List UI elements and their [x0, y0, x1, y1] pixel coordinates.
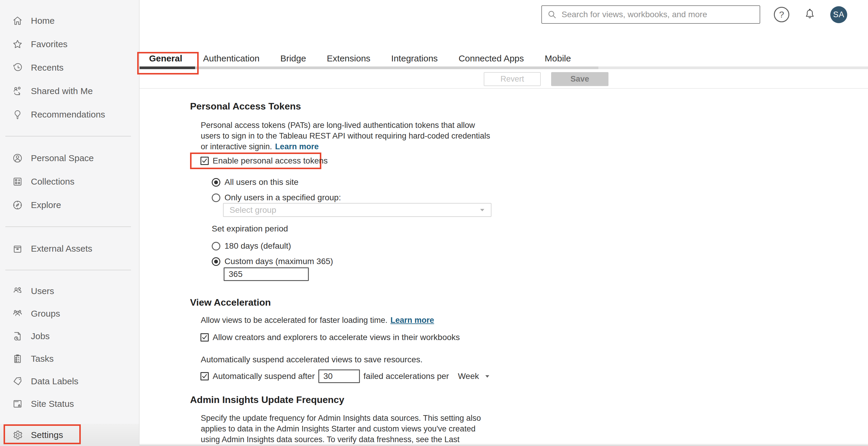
tab-active-underline	[140, 66, 195, 69]
sidebar-item-external-assets[interactable]: External Assets	[0, 237, 139, 260]
sidebar-item-explore[interactable]: Explore	[0, 193, 139, 217]
tab-bridge[interactable]: Bridge	[280, 51, 306, 66]
home-icon	[12, 15, 23, 26]
tab-general[interactable]: General	[149, 51, 182, 66]
sidebar-item-data-labels[interactable]: Data Labels	[0, 370, 139, 392]
search-input[interactable]	[561, 9, 754, 20]
custom-days-input[interactable]	[224, 267, 309, 281]
tasks-icon	[12, 353, 23, 365]
site-status-icon	[12, 398, 23, 410]
sidebar-item-users[interactable]: Users	[0, 280, 139, 302]
gear-icon	[12, 430, 23, 441]
sidebar: Home Favorites Recents Shared with Me Re	[0, 0, 140, 446]
days-180-radio[interactable]	[212, 242, 220, 250]
question-mark-icon: ?	[779, 9, 784, 20]
sidebar-item-recommendations[interactable]: Recommendations	[0, 103, 139, 126]
sidebar-divider	[5, 136, 131, 137]
pat-description: Personal access tokens (PATs) are long-l…	[201, 120, 495, 152]
top-bar: ? SA	[541, 5, 847, 24]
sidebar-item-shared-with-me[interactable]: Shared with Me	[0, 79, 139, 103]
expiration-period-label: Set expiration period	[212, 224, 868, 234]
pat-description-text: Personal access tokens (PATs) are long-l…	[201, 121, 490, 151]
allow-acceleration-checkbox[interactable]	[200, 333, 209, 342]
sidebar-item-site-status[interactable]: Site Status	[0, 392, 139, 415]
suspend-period-value: Week	[458, 372, 479, 381]
tab-authentication[interactable]: Authentication	[203, 51, 259, 66]
sidebar-divider	[5, 227, 131, 227]
save-button[interactable]: Save	[551, 72, 609, 86]
tab-mobile[interactable]: Mobile	[545, 51, 571, 66]
tab-connected-apps[interactable]: Connected Apps	[459, 51, 524, 66]
admin-insights-description: Specify the update frequency for Admin I…	[201, 413, 495, 446]
specified-group-label: Only users in a specified group:	[224, 193, 341, 202]
allow-acceleration-row[interactable]: Allow creators and explorers to accelera…	[200, 333, 868, 342]
collections-icon	[12, 176, 23, 187]
chevron-down-icon	[479, 208, 485, 212]
sidebar-item-recents[interactable]: Recents	[0, 56, 139, 79]
star-icon	[12, 39, 23, 50]
view-acceleration-learn-more-link[interactable]: Learn more	[391, 316, 434, 324]
search-box[interactable]	[541, 5, 760, 24]
bell-icon	[804, 8, 816, 21]
pat-learn-more-link[interactable]: Learn more	[275, 142, 319, 151]
radio-row-180-days[interactable]: 180 days (default)	[212, 240, 868, 252]
section-title-admin-insights: Admin Insights Update Frequency	[190, 394, 868, 406]
view-acceleration-description-text: Allow views to be accelerated for faster…	[201, 316, 388, 324]
sidebar-item-label: Shared with Me	[31, 86, 93, 96]
settings-content: Personal Access Tokens Personal access t…	[140, 89, 868, 446]
suspend-suffix-label: failed accelerations per	[364, 372, 449, 381]
sidebar-item-label: Settings	[31, 430, 63, 440]
auto-suspend-checkbox[interactable]	[200, 372, 209, 380]
all-users-label: All users on this site	[224, 177, 299, 187]
tab-track-light	[598, 66, 868, 69]
sidebar-item-label: Favorites	[31, 39, 67, 49]
sidebar-item-favorites[interactable]: Favorites	[0, 32, 139, 56]
avatar[interactable]: SA	[830, 6, 847, 23]
compass-icon	[12, 199, 23, 211]
tab-integrations[interactable]: Integrations	[391, 51, 438, 66]
help-button[interactable]: ?	[774, 7, 789, 22]
all-users-radio[interactable]	[212, 178, 220, 187]
sidebar-item-label: Users	[31, 286, 54, 296]
sidebar-item-collections[interactable]: Collections	[0, 170, 139, 193]
sidebar-item-label: Explore	[31, 200, 61, 210]
sidebar-item-label: Data Labels	[31, 376, 79, 386]
groups-icon	[12, 308, 23, 319]
suspend-period-select[interactable]: Week	[458, 372, 490, 381]
tab-track	[140, 66, 598, 69]
sidebar-item-groups[interactable]: Groups	[0, 302, 139, 325]
shared-people-icon	[12, 85, 23, 97]
checkmark-icon	[202, 373, 208, 380]
days-180-label: 180 days (default)	[224, 241, 291, 251]
section-title-view-acceleration: View Acceleration	[190, 297, 868, 308]
sidebar-item-tasks[interactable]: Tasks	[0, 347, 139, 370]
specified-group-radio[interactable]	[212, 194, 220, 202]
history-icon	[12, 62, 23, 73]
radio-row-custom-days[interactable]: Custom days (maximum 365)	[212, 255, 868, 267]
sidebar-item-label: Tasks	[31, 354, 54, 364]
tab-extensions[interactable]: Extensions	[327, 51, 371, 66]
sidebar-item-label: Groups	[31, 309, 60, 319]
sidebar-item-jobs[interactable]: Jobs	[0, 325, 139, 347]
enable-pat-checkbox[interactable]	[200, 157, 209, 165]
sidebar-item-personal-space[interactable]: Personal Space	[0, 146, 139, 170]
notifications-button[interactable]	[803, 7, 817, 22]
allow-acceleration-label: Allow creators and explorers to accelera…	[213, 333, 460, 342]
enable-pat-row[interactable]: Enable personal access tokens	[200, 156, 328, 166]
tableau-settings-page: Home Favorites Recents Shared with Me Re	[0, 0, 868, 446]
auto-suspend-label: Automatically suspend after	[213, 372, 315, 381]
revert-button[interactable]: Revert	[484, 72, 541, 86]
group-select-placeholder: Select group	[229, 205, 276, 215]
sidebar-item-settings[interactable]: Settings	[0, 424, 139, 446]
group-select[interactable]: Select group	[223, 203, 492, 217]
lightbulb-icon	[12, 109, 23, 120]
drawer-icon	[12, 243, 23, 254]
radio-row-all-users[interactable]: All users on this site	[212, 176, 868, 188]
custom-days-radio[interactable]	[212, 257, 220, 266]
suspend-count-input[interactable]	[318, 370, 360, 383]
sidebar-item-label: External Assets	[31, 244, 92, 254]
auto-suspend-row: Automatically suspend after failed accel…	[200, 370, 868, 383]
search-icon	[547, 10, 557, 19]
radio-row-specified-group[interactable]: Only users in a specified group:	[212, 192, 868, 204]
sidebar-item-home[interactable]: Home	[0, 9, 139, 32]
